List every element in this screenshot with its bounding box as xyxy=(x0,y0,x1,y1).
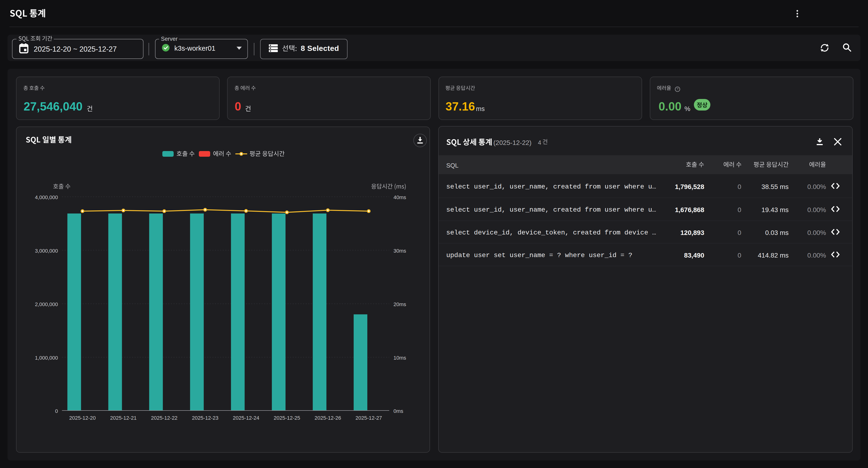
svg-text:?: ? xyxy=(677,87,679,91)
